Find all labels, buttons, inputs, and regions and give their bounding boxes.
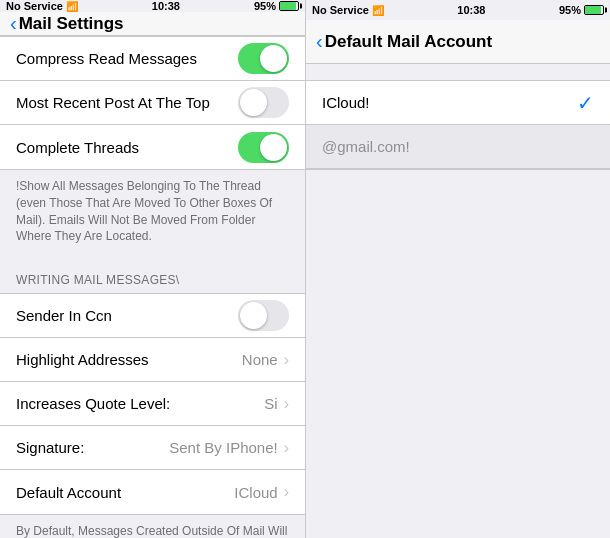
- most-recent-row: Most Recent Post At The Top: [0, 81, 305, 125]
- compress-read-toggle[interactable]: [238, 43, 289, 74]
- increase-quote-value: Si: [264, 395, 277, 412]
- right-back-button[interactable]: ‹ Default Mail Account: [316, 30, 492, 53]
- highlight-addr-chevron: ›: [284, 351, 289, 369]
- icloud-checkmark: ✓: [577, 91, 594, 115]
- right-time: 10:38: [457, 4, 485, 16]
- gmail-label: @gmail.com!: [322, 138, 410, 155]
- icloud-row[interactable]: ICloud! ✓: [306, 81, 610, 125]
- complete-threads-row: Complete Threads: [0, 125, 305, 169]
- right-carrier-info: No Service 📶: [312, 4, 384, 16]
- left-battery-info: 95%: [254, 0, 299, 12]
- highlight-addr-row[interactable]: Highlight Addresses None ›: [0, 338, 305, 382]
- complete-threads-label: Complete Threads: [16, 139, 238, 156]
- left-nav-bar: ‹ Mail Settings: [0, 12, 305, 36]
- left-wifi-icon: 📶: [66, 1, 78, 12]
- left-time: 10:38: [152, 0, 180, 12]
- highlight-addr-label: Highlight Addresses: [16, 351, 242, 368]
- writing-section-header: WRITING MAIL MESSAGES\: [0, 257, 305, 293]
- default-footer: By Default, Messages Created Outside Of …: [0, 515, 305, 538]
- complete-threads-thumb: [260, 134, 287, 161]
- right-wifi-icon: 📶: [372, 5, 384, 16]
- signature-row[interactable]: Signature: Sent By IPhone! ›: [0, 426, 305, 470]
- compress-read-thumb: [260, 45, 287, 72]
- complete-threads-toggle[interactable]: [238, 132, 289, 163]
- right-nav-title: Default Mail Account: [325, 32, 493, 52]
- default-account-value: ICloud: [234, 484, 277, 501]
- gmail-row[interactable]: @gmail.com!: [306, 125, 610, 169]
- signature-chevron: ›: [284, 439, 289, 457]
- left-carrier: No Service: [6, 0, 63, 12]
- right-back-chevron: ‹: [316, 30, 323, 53]
- left-battery-pct: 95%: [254, 0, 276, 12]
- compress-read-label: Compress Read Messages: [16, 50, 238, 67]
- most-recent-thumb: [240, 89, 267, 116]
- main-settings-section: Compress Read Messages Most Recent Post …: [0, 36, 305, 170]
- right-battery-fill: [585, 6, 601, 14]
- left-back-chevron: ‹: [10, 12, 17, 35]
- sender-ccn-thumb: [240, 302, 267, 329]
- right-battery-info: 95%: [559, 4, 604, 16]
- compress-read-row: Compress Read Messages: [0, 37, 305, 81]
- increase-quote-label: Increases Quote Level:: [16, 395, 264, 412]
- left-panel: No Service 📶 10:38 95% ‹ Mail Settings C…: [0, 0, 305, 538]
- left-carrier-info: No Service 📶: [6, 0, 78, 12]
- accounts-section: ICloud! ✓ @gmail.com!: [306, 80, 610, 170]
- default-account-row[interactable]: Default Account ICloud ›: [0, 470, 305, 514]
- left-back-button[interactable]: ‹ Mail Settings: [10, 12, 124, 35]
- default-account-chevron: ›: [284, 483, 289, 501]
- writing-section: Sender In Ccn Highlight Addresses None ›…: [0, 293, 305, 515]
- icloud-label: ICloud!: [322, 94, 370, 111]
- sender-ccn-row: Sender In Ccn: [0, 294, 305, 338]
- sender-ccn-label: Sender In Ccn: [16, 307, 238, 324]
- sender-ccn-toggle[interactable]: [238, 300, 289, 331]
- right-carrier: No Service: [312, 4, 369, 16]
- left-nav-title: Mail Settings: [19, 14, 124, 34]
- right-panel: No Service 📶 10:38 95% ‹ Default Mail Ac…: [305, 0, 610, 538]
- right-battery-pct: 95%: [559, 4, 581, 16]
- left-status-bar: No Service 📶 10:38 95%: [0, 0, 305, 12]
- right-nav-bar: ‹ Default Mail Account: [306, 20, 610, 64]
- most-recent-label: Most Recent Post At The Top: [16, 94, 238, 111]
- default-account-label: Default Account: [16, 484, 234, 501]
- left-battery-fill: [280, 2, 296, 10]
- highlight-addr-value: None: [242, 351, 278, 368]
- right-spacer-top: [306, 64, 610, 80]
- right-battery-icon: [584, 5, 604, 15]
- most-recent-toggle[interactable]: [238, 87, 289, 118]
- increase-quote-chevron: ›: [284, 395, 289, 413]
- right-status-bar: No Service 📶 10:38 95%: [306, 0, 610, 20]
- threads-footer: !Show All Messages Belonging To The Thre…: [0, 170, 305, 257]
- increase-quote-row[interactable]: Increases Quote Level: Si ›: [0, 382, 305, 426]
- signature-label: Signature:: [16, 439, 169, 456]
- left-battery-icon: [279, 1, 299, 11]
- signature-value: Sent By IPhone!: [169, 439, 277, 456]
